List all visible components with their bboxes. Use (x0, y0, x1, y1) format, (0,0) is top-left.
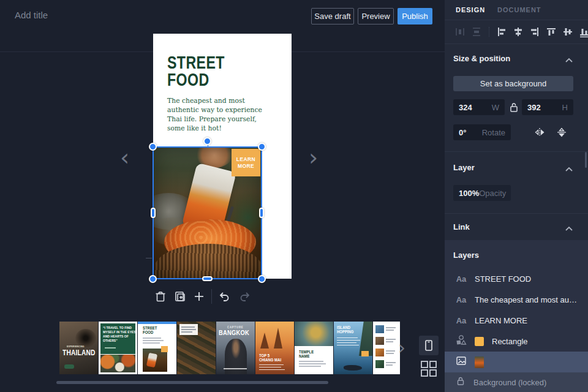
distribute-horizontal-icon[interactable] (454, 26, 466, 37)
resize-handle-bottom-left[interactable] (149, 275, 157, 283)
align-top-icon[interactable] (546, 26, 557, 37)
thumbnail-street-food-active[interactable]: STREET FOOD (138, 322, 176, 374)
duplicate-icon[interactable] (174, 290, 186, 303)
preview-button[interactable]: Preview (358, 8, 394, 24)
thumbnail-quote[interactable]: “I TRAVEL TO FIND MYSELF IN THE EYES AND… (99, 322, 137, 374)
redo-icon[interactable] (239, 290, 251, 303)
sidebar-scrollbar[interactable] (585, 152, 587, 168)
layer-row-paragraph[interactable]: Aa The cheapest and most authent… (445, 289, 588, 310)
thumb-button (64, 364, 74, 369)
rotate-field[interactable]: 0° Rotate (453, 124, 511, 140)
section-layers[interactable]: Layers (453, 251, 588, 262)
section-layer[interactable]: Layer (453, 163, 573, 174)
thumb-list-photo (375, 337, 384, 345)
thumbnail-temple[interactable]: TEMPLE NAME (295, 322, 333, 374)
design-title-input[interactable]: Add title (15, 10, 48, 20)
tab-design[interactable]: DESIGN (456, 6, 485, 13)
section-size-position[interactable]: Size & position (453, 54, 573, 65)
align-middle-icon[interactable] (562, 26, 573, 37)
distribute-vertical-icon[interactable] (471, 26, 482, 37)
thumb-text-line (143, 340, 164, 341)
poster-body-text[interactable]: The cheapest and most authentic way to e… (167, 97, 265, 134)
layer-color-swatch (475, 337, 484, 346)
set-as-background-button[interactable]: Set as background (453, 76, 573, 91)
thumb-cta (361, 351, 369, 356)
text-layer-icon: Aa (456, 316, 467, 325)
rotate-handle[interactable] (203, 137, 211, 145)
flip-vertical-icon[interactable] (556, 127, 567, 140)
publish-button[interactable]: Publish (398, 8, 432, 24)
undo-icon[interactable] (218, 290, 230, 303)
thumb-title: BANGKOK (219, 329, 249, 336)
resize-handle-right[interactable] (259, 208, 264, 218)
grid-icon (420, 360, 437, 377)
poster-title-text[interactable]: STREET FOOD (167, 55, 225, 88)
horizontal-scrollbar[interactable] (56, 381, 328, 384)
height-label: H (562, 103, 568, 112)
thumb-list-photo (375, 349, 384, 356)
chevron-up-icon (565, 56, 573, 65)
layer-row-learn-more[interactable]: Aa LEARN MORE (445, 310, 588, 331)
thumb-author-line (105, 347, 116, 349)
thumbnail-thailand[interactable]: EXPERIENCING THAILAND (59, 322, 98, 374)
layer-row-image-selected[interactable] (445, 352, 588, 372)
thumbnail-itinerary[interactable] (373, 322, 400, 374)
thumb-food-collage (100, 355, 135, 372)
flip-horizontal-icon[interactable] (534, 127, 545, 140)
layer-row-street-food[interactable]: Aa STREET FOOD (445, 268, 588, 289)
resize-handle-top-right[interactable] (258, 143, 266, 151)
opacity-placeholder: Opacity (479, 189, 506, 198)
selection-box[interactable] (153, 146, 262, 279)
thumb-title: ISLAND HOPPING (337, 325, 353, 334)
thumb-title: TEMPLE NAME (299, 350, 314, 358)
thumb-list-photo (375, 360, 384, 368)
section-label: Layer (453, 163, 475, 172)
save-draft-button[interactable]: Save draft (311, 8, 354, 24)
lock-ratio-icon[interactable] (509, 102, 519, 115)
toolbar-separator (489, 27, 489, 37)
thumb-temple-photo (295, 322, 333, 346)
resize-handle-top-left[interactable] (149, 143, 157, 151)
thumb-small-text: EXPERIENCING (67, 345, 85, 348)
rotate-value: 0° (459, 128, 482, 137)
align-center-icon[interactable] (513, 26, 524, 37)
resize-handle-left[interactable] (151, 208, 156, 218)
height-field[interactable]: 392 H (522, 99, 573, 115)
mobile-preview-button[interactable] (419, 336, 439, 355)
thumb-text-line (224, 368, 247, 369)
opacity-field[interactable]: 100% Opacity (453, 185, 511, 201)
page-boundary-tick (146, 258, 152, 258)
resize-handle-bottom-right[interactable] (258, 275, 266, 283)
section-label: Size & position (453, 54, 510, 63)
width-field[interactable]: 324 W (453, 99, 505, 115)
delete-icon[interactable] (154, 290, 167, 303)
thumbnail-island-hopping[interactable]: ISLAND HOPPING (334, 322, 372, 374)
section-label: Layers (453, 251, 479, 260)
align-right-icon[interactable] (529, 26, 540, 37)
layer-row-rectangle[interactable]: Rectangle (445, 331, 588, 352)
prev-page-chevron[interactable]: ‹ (120, 146, 129, 169)
section-divider (445, 151, 588, 152)
resize-handle-bottom[interactable] (202, 276, 213, 281)
chevron-up-icon (565, 225, 573, 233)
thumbnail-bangkok[interactable]: CAPTURE BANGKOK (216, 322, 255, 374)
thumbnails-next-chevron[interactable]: › (398, 337, 405, 358)
align-left-icon[interactable] (496, 26, 507, 37)
height-value: 392 (527, 103, 562, 112)
thumbnail-chiang-mai[interactable]: TOP 5 CHIANG MAI (255, 322, 294, 374)
add-page-icon[interactable] (193, 290, 205, 303)
next-page-chevron[interactable]: › (309, 146, 318, 169)
grid-view-button[interactable] (420, 360, 437, 377)
thumbnail-floating-market[interactable] (177, 322, 216, 374)
align-bottom-icon[interactable] (579, 26, 588, 37)
section-link[interactable]: Link (453, 222, 573, 233)
rotate-placeholder: Rotate (482, 128, 505, 137)
width-value: 324 (459, 103, 492, 112)
width-label: W (492, 103, 499, 112)
tab-document[interactable]: DOCUMENT (497, 6, 541, 13)
shape-layer-icon (456, 334, 467, 348)
layer-row-background-locked[interactable]: Background (locked) (445, 372, 588, 392)
thumb-boat (344, 365, 362, 371)
thumb-cta (161, 346, 168, 352)
layer-image-thumbnail (475, 356, 484, 368)
